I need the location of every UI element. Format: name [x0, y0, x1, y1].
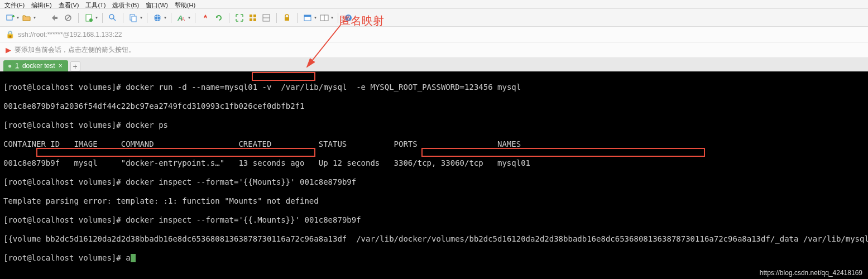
- svg-rect-19: [253, 18, 256, 21]
- separator: [195, 13, 195, 23]
- menu-edit[interactable]: 编辑(E): [31, 1, 52, 7]
- flame-icon[interactable]: [200, 12, 211, 23]
- svg-rect-17: [253, 15, 256, 17]
- svg-rect-18: [250, 18, 252, 21]
- help-icon[interactable]: ?: [343, 12, 354, 23]
- separator: [338, 13, 338, 23]
- terminal-line: [{volume bb2dc5d16120da2d2d38bbadb16e8dc…: [3, 234, 865, 244]
- svg-rect-16: [250, 15, 252, 17]
- properties-icon[interactable]: [83, 12, 94, 23]
- cursor: [131, 254, 136, 262]
- refresh-icon[interactable]: [213, 12, 224, 23]
- terminal-line: [root@localhost volumes]# docker inspect…: [3, 215, 865, 225]
- highlight-box: [36, 148, 315, 157]
- lock-icon[interactable]: [281, 12, 292, 23]
- terminal-line: [root@localhost volumes]# docker ps: [3, 121, 865, 130]
- terminal-line: CONTAINER ID IMAGE COMMAND CREATED STATU…: [3, 140, 865, 149]
- dropdown-arrow-icon[interactable]: ▾: [33, 15, 36, 20]
- tab-number: 1: [15, 62, 19, 70]
- terminal-line: [root@localhost volumes]# docker inspect…: [3, 177, 865, 187]
- dropdown-arrow-icon[interactable]: ▾: [140, 15, 142, 20]
- terminal[interactable]: [root@localhost volumes]# docker run -d …: [0, 71, 868, 279]
- menu-view[interactable]: 查看(V): [59, 1, 79, 7]
- separator: [102, 13, 103, 23]
- window-arrange-icon[interactable]: [319, 12, 330, 23]
- dropdown-arrow-icon[interactable]: ▾: [188, 15, 190, 20]
- collapse-icon[interactable]: [261, 12, 272, 23]
- menu-tabs[interactable]: 选项卡(B): [112, 1, 139, 7]
- open-folder-icon[interactable]: [21, 12, 32, 23]
- separator: [147, 13, 147, 23]
- separator: [78, 13, 79, 23]
- dropdown-arrow-icon[interactable]: ▾: [95, 15, 98, 20]
- menu-file[interactable]: 文件(F): [4, 1, 25, 7]
- svg-line-4: [66, 16, 70, 20]
- separator: [297, 13, 298, 23]
- new-session-icon[interactable]: [4, 12, 16, 23]
- add-tab-button[interactable]: +: [70, 61, 80, 71]
- highlight-box: [252, 72, 315, 81]
- svg-rect-0: [7, 15, 12, 20]
- lock-icon: 🔒: [6, 30, 15, 39]
- svg-point-6: [89, 18, 93, 22]
- tab-title: docker test: [22, 62, 55, 70]
- terminal-line: Template parsing error: template: :1: fu…: [3, 196, 865, 206]
- svg-rect-26: [324, 15, 328, 21]
- terminal-line: [root@localhost volumes]# a: [3, 253, 865, 263]
- terminal-line: [root@localhost volumes]# docker run -d …: [3, 83, 865, 92]
- watermark: https://blog.csdn.net/qq_42418169: [760, 269, 862, 277]
- svg-rect-10: [132, 16, 136, 22]
- tab-docker-test[interactable]: ● 1 docker test ×: [3, 60, 68, 71]
- svg-rect-22: [285, 17, 289, 21]
- window-icon[interactable]: [302, 12, 313, 23]
- terminal-line: 001c8e879b9fa2036f54df44c22bc97ea2749fcd…: [3, 102, 865, 111]
- separator: [171, 13, 171, 23]
- font-icon[interactable]: AA: [176, 12, 187, 23]
- svg-line-8: [113, 18, 116, 21]
- svg-rect-24: [304, 15, 311, 17]
- menu-tools[interactable]: 工具(T): [85, 1, 105, 7]
- close-icon[interactable]: ×: [59, 62, 63, 70]
- globe-icon[interactable]: [152, 12, 163, 23]
- svg-text:A: A: [181, 16, 185, 22]
- dropdown-arrow-icon[interactable]: ▾: [331, 15, 333, 20]
- dropdown-arrow-icon[interactable]: ▾: [164, 15, 166, 20]
- dropdown-arrow-icon[interactable]: ▾: [17, 15, 19, 20]
- menu-window[interactable]: 窗口(W): [146, 1, 168, 7]
- address-text: ssh://root:******@192.168.1.133:22: [18, 31, 122, 39]
- expand-icon[interactable]: [234, 12, 245, 23]
- disconnect-icon[interactable]: [63, 12, 74, 23]
- reconnect-icon[interactable]: [49, 12, 60, 23]
- svg-point-7: [109, 15, 114, 19]
- search-icon[interactable]: [107, 12, 118, 23]
- hint-text: 要添加当前会话，点击左侧的箭头按钮。: [15, 45, 135, 55]
- hint-bar: ▶ 要添加当前会话，点击左侧的箭头按钮。: [0, 42, 868, 58]
- dropdown-arrow-icon[interactable]: ▾: [314, 15, 316, 20]
- svg-rect-25: [320, 15, 324, 21]
- grid-icon[interactable]: [247, 12, 258, 23]
- separator: [38, 9, 47, 27]
- copy-icon[interactable]: [128, 12, 139, 23]
- address-bar[interactable]: 🔒 ssh://root:******@192.168.1.133:22: [0, 27, 868, 42]
- separator: [229, 13, 229, 23]
- toolbar: ▾ ▾ ▾ ▾ ▾ AA ▾ ▾ ▾ ?: [0, 9, 868, 27]
- separator: [276, 13, 277, 23]
- flag-icon[interactable]: ▶: [6, 46, 11, 54]
- menu-help[interactable]: 帮助(H): [175, 1, 195, 7]
- terminal-line: 001c8e879b9f mysql "docker-entrypoint.s……: [3, 158, 865, 168]
- highlight-box: [421, 148, 705, 157]
- tab-bar: ● 1 docker test × +: [0, 58, 868, 71]
- svg-text:?: ?: [347, 15, 351, 21]
- menu-bar: 文件(F) 编辑(E) 查看(V) 工具(T) 选项卡(B) 窗口(W) 帮助(…: [0, 0, 868, 9]
- separator: [123, 13, 123, 23]
